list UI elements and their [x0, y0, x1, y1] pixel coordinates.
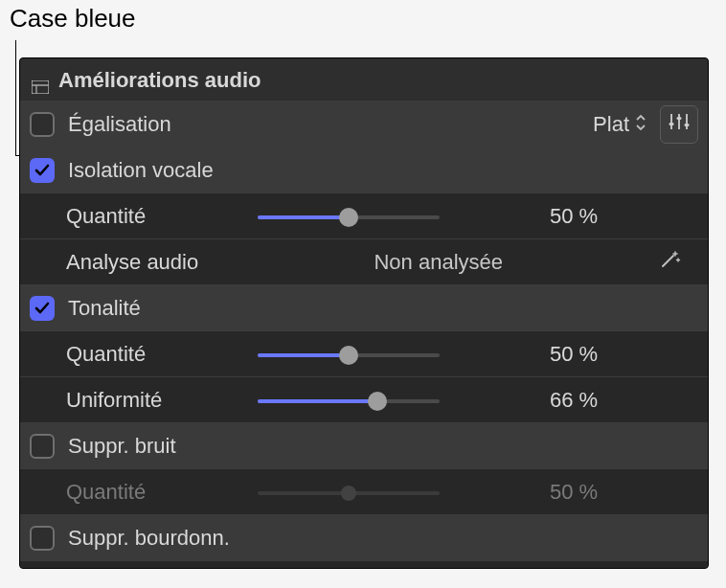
svg-line-9 — [663, 256, 673, 266]
voice-isolation-analysis-status: Non analysée — [374, 250, 503, 275]
equalization-checkbox[interactable] — [30, 112, 55, 137]
callout-leader — [15, 40, 16, 155]
section-header: Améliorations audio — [20, 58, 708, 101]
hum-removal-checkbox[interactable] — [30, 526, 55, 551]
loudness-uniformity-row: Uniformité 66 % — [20, 376, 708, 422]
equalizer-settings-button[interactable] — [660, 105, 698, 144]
noise-removal-checkbox[interactable] — [30, 434, 55, 459]
voice-isolation-amount-row: Quantité 50 % — [20, 192, 708, 238]
loudness-uniformity-value: 66 % — [507, 388, 641, 413]
voice-isolation-label: Isolation vocale — [68, 158, 260, 183]
equalizer-icon — [668, 112, 691, 137]
analyze-wand-button[interactable] — [657, 247, 682, 278]
loudness-checkbox[interactable] — [30, 296, 55, 321]
hum-removal-label: Suppr. bourdonn. — [68, 526, 260, 551]
panel-icon — [32, 75, 49, 86]
chevron-up-down-icon — [635, 112, 647, 137]
equalization-preset-popup[interactable]: Plat — [593, 112, 647, 137]
voice-isolation-row: Isolation vocale — [20, 147, 708, 192]
section-title: Améliorations audio — [58, 68, 261, 93]
callout-text: Case bleue — [10, 4, 136, 34]
voice-isolation-analysis-row: Analyse audio Non analysée — [20, 238, 708, 284]
svg-rect-7 — [677, 117, 682, 120]
loudness-uniformity-label: Uniformité — [66, 388, 258, 413]
equalization-preset-value: Plat — [593, 112, 629, 137]
loudness-label: Tonalité — [68, 296, 260, 321]
loudness-amount-label: Quantité — [66, 342, 258, 367]
noise-removal-amount-row: Quantité 50 % — [20, 468, 708, 514]
loudness-amount-slider[interactable] — [258, 343, 440, 366]
voice-isolation-analysis-label: Analyse audio — [66, 250, 258, 275]
hum-removal-row: Suppr. bourdonn. — [20, 514, 708, 560]
svg-rect-8 — [685, 124, 690, 126]
noise-removal-amount-label: Quantité — [66, 480, 258, 505]
voice-isolation-checkbox[interactable] — [30, 158, 55, 183]
hum-removal-frequency-row: Fréquence 50 Hz 60 Hz — [20, 560, 708, 569]
loudness-row: Tonalité — [20, 284, 708, 330]
svg-rect-6 — [669, 123, 674, 125]
equalization-row: Égalisation Plat — [20, 101, 708, 147]
loudness-uniformity-slider[interactable] — [258, 389, 440, 412]
voice-isolation-amount-label: Quantité — [66, 204, 258, 229]
svg-rect-0 — [32, 80, 49, 94]
noise-removal-amount-value: 50 % — [507, 480, 641, 505]
voice-isolation-amount-value: 50 % — [507, 204, 641, 229]
noise-removal-amount-slider — [258, 481, 440, 504]
noise-removal-row: Suppr. bruit — [20, 422, 708, 468]
loudness-amount-value: 50 % — [507, 342, 641, 367]
voice-isolation-amount-slider[interactable] — [258, 205, 440, 228]
audio-enhancements-panel: Améliorations audio Égalisation Plat — [19, 57, 709, 569]
noise-removal-label: Suppr. bruit — [68, 434, 260, 459]
loudness-amount-row: Quantité 50 % — [20, 330, 708, 376]
equalization-label: Égalisation — [68, 112, 260, 137]
